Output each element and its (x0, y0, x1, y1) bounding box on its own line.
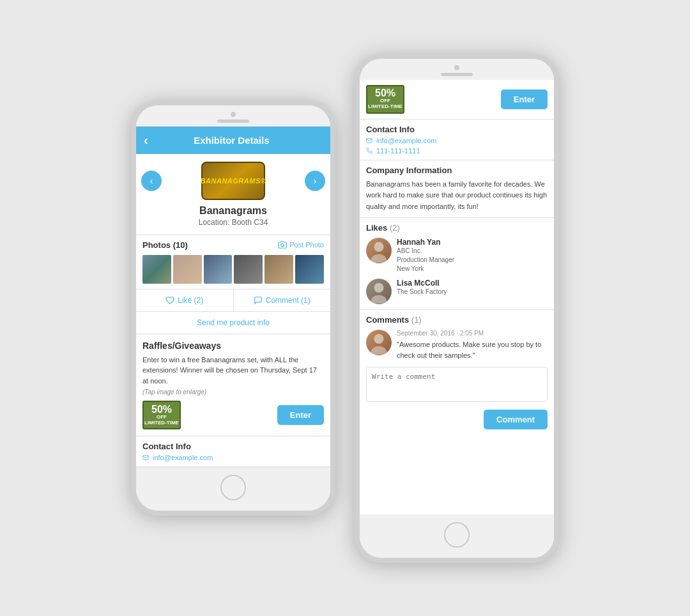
camera-icon (278, 240, 287, 249)
raffle-title: Raffles/Giveaways (142, 341, 324, 351)
photos-header: Photos (10) Post Photo (142, 240, 324, 250)
comments-section: Comments (1) September 30, 2016 · 2:05 P… (360, 310, 554, 435)
header-title: Exhibitor Details (153, 135, 310, 146)
camera-right (454, 65, 459, 70)
photo-2[interactable] (173, 255, 202, 284)
exhibitor-logo: BANANAGRAMS® (201, 162, 265, 200)
send-info-link[interactable]: Send me product info (136, 312, 330, 334)
post-photo-button[interactable]: Post Photo (278, 240, 324, 249)
comments-header: Comments (1) (366, 315, 548, 325)
photo-5[interactable] (264, 255, 293, 284)
comment-content-1: September 30, 2016 · 2:05 PM "Awesome pr… (397, 330, 548, 360)
likes-title: Likes (2) (366, 223, 400, 233)
company-info-title: Company Information (366, 166, 548, 175)
person-city-1: New York (397, 265, 454, 273)
contact-title-left: Contact Info (142, 442, 324, 451)
comment-input[interactable] (366, 367, 548, 402)
comment-row-1: September 30, 2016 · 2:05 PM "Awesome pr… (366, 330, 548, 360)
phone-icon (366, 148, 372, 154)
like-button[interactable]: Like (2) (136, 289, 234, 311)
home-button-right[interactable] (444, 522, 470, 548)
photo-1[interactable] (142, 255, 171, 284)
fifty-off-badge[interactable]: 50% OFF LIMITED-TIME (142, 401, 181, 429)
screen-left: ‹ Exhibitor Details ‹ BANANAGRAMS® › Ban… (136, 127, 330, 468)
avatar-hannah (366, 238, 392, 263)
app-header-left: ‹ Exhibitor Details (136, 127, 330, 154)
photo-6[interactable] (295, 255, 324, 284)
avatar-lisa (366, 279, 392, 304)
speaker-right (441, 73, 473, 76)
comment-icon (254, 296, 263, 305)
back-button[interactable]: ‹ (144, 133, 148, 148)
home-button-left[interactable] (220, 475, 246, 500)
contact-section-left: Contact Info info@example.com (136, 436, 330, 467)
phone-top-left (136, 105, 330, 127)
nav-next-button[interactable]: › (305, 171, 325, 191)
photos-section: Photos (10) Post Photo (136, 235, 330, 289)
avatar-silhouette-1 (367, 238, 391, 263)
phone-right: 50% OFF LIMITED-TIME Enter Contact Info … (355, 54, 559, 563)
photo-4[interactable] (234, 255, 263, 284)
person-info-1: Hannah Yan ABC Inc. Production Manager N… (397, 238, 454, 273)
comment-date-1: September 30, 2016 · 2:05 PM (397, 330, 548, 337)
svg-point-1 (374, 242, 383, 252)
svg-point-5 (374, 334, 383, 344)
svg-point-6 (371, 346, 387, 355)
screen-right: 50% OFF LIMITED-TIME Enter Contact Info … (360, 80, 554, 514)
email-icon (142, 454, 149, 461)
comment-submit-button[interactable]: Comment (484, 410, 548, 429)
raffle-row: 50% OFF LIMITED-TIME Enter (142, 401, 324, 429)
contact-phone-right[interactable]: 111-111-1111 (366, 147, 548, 155)
phone-top-right (360, 59, 554, 80)
person-company-1: ABC Inc. (397, 247, 454, 256)
exhibitor-name: Bananagrams (199, 205, 267, 217)
company-description: Bananagrams has been a family favorite f… (366, 179, 548, 213)
comment-button[interactable]: Comment (1) (234, 289, 331, 311)
contact-title-right: Contact Info (366, 125, 548, 134)
svg-point-3 (374, 283, 383, 293)
action-bar: Like (2) Comment (1) (136, 289, 330, 312)
contact-section-right: Contact Info info@example.com 111-111-11… (360, 119, 554, 160)
top-banner: 50% OFF LIMITED-TIME Enter (360, 80, 554, 119)
nav-prev-button[interactable]: ‹ (141, 171, 162, 191)
person-role-1: Production Manager (397, 256, 454, 265)
contact-email-left[interactable]: info@example.com (142, 454, 324, 461)
phone-left: ‹ Exhibitor Details ‹ BANANAGRAMS® › Ban… (131, 100, 335, 516)
raffle-section: Raffles/Giveaways Enter to win a free Ba… (136, 334, 330, 437)
raffle-enter-button[interactable]: Enter (277, 405, 324, 425)
phone-bottom-right (360, 514, 554, 558)
avatar-silhouette-comment (367, 330, 391, 355)
raffle-text: Enter to win a free Bananagrams set, wit… (142, 355, 324, 387)
phone-bottom-left (136, 467, 330, 511)
avatar-commenter (366, 330, 392, 355)
comment-text-1: "Awesome products. Make sure you stop by… (397, 339, 548, 360)
comments-title: Comments (1) (366, 315, 422, 325)
photos-title: Photos (10) (142, 240, 188, 250)
likes-header: Likes (2) (366, 223, 548, 233)
avatar-silhouette-2 (367, 279, 391, 304)
enter-button-right[interactable]: Enter (501, 89, 548, 109)
company-info-section: Company Information Bananagrams has been… (360, 160, 554, 219)
speaker-left (217, 119, 249, 123)
svg-point-4 (371, 295, 387, 304)
exhibitor-card: ‹ BANANAGRAMS® › Bananagrams Location: B… (136, 154, 330, 235)
camera-left (231, 112, 236, 117)
fifty-off-badge-right[interactable]: 50% OFF LIMITED-TIME (366, 85, 404, 114)
photos-row (142, 255, 324, 284)
like-person-2: Lisa McColl The Sock Factory (366, 279, 548, 304)
contact-email-right[interactable]: info@example.com (366, 137, 548, 144)
photo-3[interactable] (204, 255, 233, 284)
svg-point-2 (371, 254, 387, 263)
svg-point-0 (281, 244, 284, 247)
raffle-tap-hint: (Tap image to enlarge) (142, 389, 324, 396)
like-person-1: Hannah Yan ABC Inc. Production Manager N… (366, 238, 548, 273)
email-icon-right (366, 137, 372, 144)
person-company-2: The Sock Factory (397, 288, 447, 296)
heart-icon (165, 296, 174, 305)
person-info-2: Lisa McColl The Sock Factory (397, 279, 447, 296)
comment-submit-row: Comment (366, 410, 548, 429)
exhibitor-location: Location: Booth C34 (199, 218, 268, 227)
likes-section: Likes (2) Hannah Yan ABC Inc. Production… (360, 218, 554, 310)
